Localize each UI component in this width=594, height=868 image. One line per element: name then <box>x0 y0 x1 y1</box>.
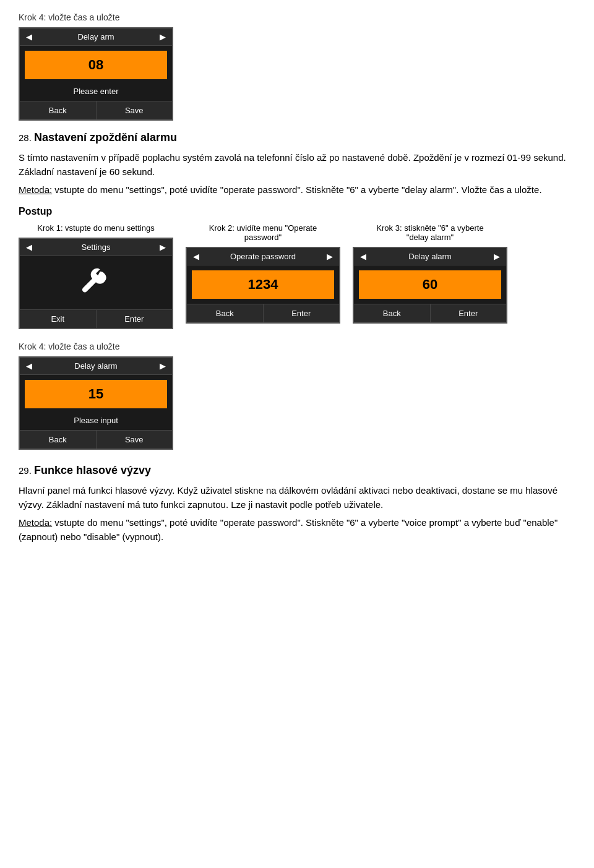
top-device-hint: Please enter <box>20 84 172 101</box>
device-settings-right-arrow[interactable]: ▶ <box>160 243 166 252</box>
device-operate-header: ◀ Operate password ▶ <box>187 248 339 265</box>
device-operate-title: Operate password <box>199 252 327 261</box>
postup-title: Postup <box>19 206 575 217</box>
postup-section: Postup Krok 1: vstupte do menu settings … <box>19 206 575 329</box>
section-28-para1: S tímto nastavením v případě poplachu sy… <box>19 150 575 179</box>
device-delay-alarm-1: ◀ Delay alarm ▶ 60 Back Enter <box>353 247 507 324</box>
top-device-back-button[interactable]: Back <box>20 101 97 119</box>
device-delay-alarm-1-header: ◀ Delay alarm ▶ <box>354 248 506 265</box>
section-29-heading: 29. Funkce hlasové výzvy <box>19 462 575 479</box>
device-delay-alarm-1-back-button[interactable]: Back <box>354 304 431 322</box>
bottom-device-back-button[interactable]: Back <box>20 431 97 449</box>
krok4-label: Krok 4: vložte čas a uložte <box>19 342 575 351</box>
section-28: 28. Nastavení zpoždění alarmu S tímto na… <box>19 129 575 197</box>
device-settings-left-arrow[interactable]: ◀ <box>26 243 32 252</box>
top-device-header: ◀ Delay arm ▶ <box>20 28 172 46</box>
step2-label: Krok 2: uvidíte menu "Operate password" <box>209 223 317 242</box>
top-device-value: 08 <box>25 51 167 79</box>
step-col-2: Krok 2: uvidíte menu "Operate password" … <box>186 223 340 324</box>
section-29: 29. Funkce hlasové výzvy Hlavní panel má… <box>19 462 575 544</box>
device-operate-back-button[interactable]: Back <box>187 304 264 322</box>
top-device-left-arrow[interactable]: ◀ <box>26 32 32 41</box>
bottom-device-hint: Please input <box>20 413 172 430</box>
step3-label-line2: "delay alarm" <box>407 233 454 242</box>
bottom-device: ◀ Delay alarm ▶ 15 Please input Back Sav… <box>19 356 173 450</box>
top-device-footer: Back Save <box>20 101 172 119</box>
device-settings: ◀ Settings ▶ Exit Enter <box>19 238 173 329</box>
section-29-title: Funkce hlasové výzvy <box>34 464 151 476</box>
device-settings-icon-area <box>20 256 172 309</box>
device-settings-exit-button[interactable]: Exit <box>20 310 97 328</box>
step2-label-line2: password" <box>244 233 282 242</box>
device-delay-alarm-1-enter-button[interactable]: Enter <box>431 304 507 322</box>
bottom-device-save-button[interactable]: Save <box>97 431 173 449</box>
bottom-device-left-arrow[interactable]: ◀ <box>26 361 32 371</box>
device-delay-alarm-1-footer: Back Enter <box>354 304 506 322</box>
section-28-heading: 28. Nastavení zpoždění alarmu <box>19 129 575 147</box>
step-col-3: Krok 3: stiskněte "6" a vyberte "delay a… <box>353 223 507 324</box>
section-29-number: 29. <box>19 465 32 476</box>
top-device-right-arrow[interactable]: ▶ <box>160 32 166 41</box>
krok4-section: Krok 4: vložte čas a uložte ◀ Delay alar… <box>19 342 575 450</box>
step-col-1: Krok 1: vstupte do menu settings ◀ Setti… <box>19 223 173 329</box>
device-operate: ◀ Operate password ▶ 1234 Back Enter <box>186 247 340 324</box>
wrench-icon <box>80 267 111 298</box>
top-step-label: Krok 4: vložte čas a uložte <box>19 12 575 22</box>
device-delay-alarm-1-title: Delay alarm <box>366 252 494 261</box>
step1-label: Krok 1: vstupte do menu settings <box>37 223 154 233</box>
step3-label-line1: Krok 3: stiskněte "6" a vyberte <box>376 223 483 233</box>
top-device: ◀ Delay arm ▶ 08 Please enter Back Save <box>19 27 173 121</box>
device-delay-alarm-1-left-arrow[interactable]: ◀ <box>360 252 366 261</box>
section-29-para2: Metoda: vstupte do menu "settings", poté… <box>19 515 575 544</box>
section-28-para2-text: vstupte do menu "settings", poté uvidíte… <box>52 184 541 195</box>
device-operate-left-arrow[interactable]: ◀ <box>193 252 199 261</box>
section-29-para2-text: vstupte do menu "settings", poté uvidíte… <box>19 517 557 542</box>
bottom-device-header: ◀ Delay alarm ▶ <box>20 358 172 375</box>
device-operate-right-arrow[interactable]: ▶ <box>327 252 333 261</box>
device-settings-header: ◀ Settings ▶ <box>20 239 172 256</box>
section-28-para2: Metoda: vstupte do menu "settings", poté… <box>19 183 575 197</box>
device-operate-value: 1234 <box>192 270 334 299</box>
bottom-device-right-arrow[interactable]: ▶ <box>160 361 166 371</box>
top-device-save-button[interactable]: Save <box>97 101 173 119</box>
device-operate-footer: Back Enter <box>187 304 339 322</box>
device-delay-alarm-1-right-arrow[interactable]: ▶ <box>494 252 500 261</box>
device-settings-title: Settings <box>32 243 160 252</box>
section-29-metoda-label: Metoda: <box>19 517 52 528</box>
step2-label-line1: Krok 2: uvidíte menu "Operate <box>209 223 317 233</box>
section-28-number: 28. <box>19 132 32 143</box>
device-settings-footer: Exit Enter <box>20 309 172 328</box>
section-28-metoda-label: Metoda: <box>19 184 52 195</box>
steps-row: Krok 1: vstupte do menu settings ◀ Setti… <box>19 223 575 329</box>
device-settings-enter-button[interactable]: Enter <box>97 310 173 328</box>
section-29-para1: Hlavní panel má funkci hlasové výzvy. Kd… <box>19 483 575 512</box>
bottom-device-title: Delay alarm <box>32 361 160 371</box>
device-delay-alarm-1-value: 60 <box>359 270 501 299</box>
top-device-title: Delay arm <box>32 32 160 41</box>
device-operate-enter-button[interactable]: Enter <box>264 304 340 322</box>
step3-label: Krok 3: stiskněte "6" a vyberte "delay a… <box>376 223 483 242</box>
bottom-device-footer: Back Save <box>20 430 172 449</box>
bottom-device-value: 15 <box>25 380 167 408</box>
section-28-title: Nastavení zpoždění alarmu <box>34 131 177 144</box>
